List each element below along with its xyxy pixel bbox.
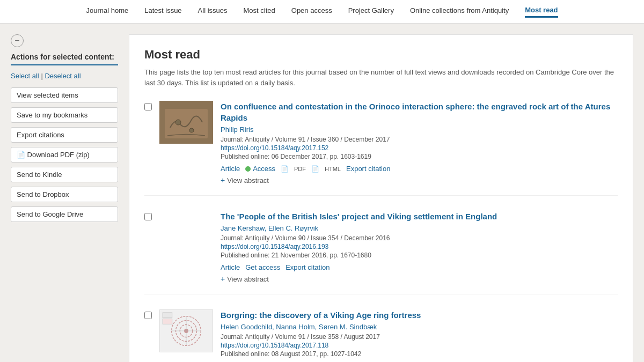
article-doi-1[interactable]: https://doi.org/10.15184/aqy.2017.152 xyxy=(221,144,618,152)
html-link-1[interactable]: HTML xyxy=(325,166,341,172)
view-abstract-label-1: View abstract xyxy=(227,176,269,184)
article-actions-1: Article Access 📄 PDF 📄 HTML Export citat… xyxy=(221,165,618,173)
article-details-3: Borgring: the discovery of a Viking Age … xyxy=(221,309,618,362)
article-doi-3[interactable]: https://doi.org/10.15184/aqy.2017.118 xyxy=(221,342,618,349)
article-published-3: Published online: 08 August 2017, pp. 10… xyxy=(221,350,618,358)
nav-online-collections[interactable]: Online collections from Antiquity xyxy=(410,6,509,17)
article-authors-2[interactable]: Jane Kershaw, Ellen C. Røyrvik xyxy=(221,224,618,232)
article-link-2[interactable]: Article xyxy=(221,263,240,271)
article-published-2: Published online: 21 November 2016, pp. … xyxy=(221,252,618,259)
export-citation-link-1[interactable]: Export citation xyxy=(346,165,390,173)
article-checkbox-2[interactable] xyxy=(144,213,152,220)
main-layout: − Actions for selected content: Select a… xyxy=(0,24,644,362)
page-title: Most read xyxy=(144,48,618,62)
article-thumbnail-3 xyxy=(159,309,213,352)
article-authors-1[interactable]: Philip Riris xyxy=(221,125,618,134)
get-access-link-2[interactable]: Get access xyxy=(245,263,280,271)
article-item: On confluence and contestation in the Or… xyxy=(144,101,618,196)
export-citations-button[interactable]: Export citations xyxy=(11,127,118,143)
article-checkbox-3[interactable] xyxy=(144,312,152,319)
nav-project-gallery[interactable]: Project Gallery xyxy=(348,6,394,17)
nav-journal-home[interactable]: Journal home xyxy=(86,6,128,17)
article-actions-2: Article Get access Export citation xyxy=(221,263,618,271)
download-pdf-button[interactable]: 📄 Download PDF (zip) xyxy=(11,147,118,162)
collapse-button[interactable]: − xyxy=(11,34,24,47)
svg-rect-11 xyxy=(163,313,172,318)
nav-most-cited[interactable]: Most cited xyxy=(244,6,275,17)
article-meta-1: Journal: Antiquity / Volume 91 / Issue 3… xyxy=(221,136,618,143)
article-title-2[interactable]: The 'People of the British Isles' projec… xyxy=(221,211,618,222)
send-dropbox-button[interactable]: Send to Dropbox xyxy=(11,187,118,202)
plus-icon-1: + xyxy=(221,176,225,184)
page-description: This page lists the top ten most read ar… xyxy=(144,67,618,88)
plus-icon-2: + xyxy=(221,275,225,283)
send-kindle-button[interactable]: Send to Kindle xyxy=(11,167,118,182)
content-area: Most read This page lists the top ten mo… xyxy=(129,34,633,362)
access-badge-1: Access xyxy=(245,165,275,173)
article-authors-3[interactable]: Helen Goodchild, Nanna Holm, Søren M. Si… xyxy=(221,323,618,331)
article-details-2: The 'People of the British Isles' projec… xyxy=(221,211,618,283)
article-title-1[interactable]: On confluence and contestation in the Or… xyxy=(221,101,618,123)
send-google-drive-button[interactable]: Send to Google Drive xyxy=(11,206,118,222)
select-all-link[interactable]: Select all xyxy=(11,72,39,80)
article-link-1[interactable]: Article xyxy=(221,165,240,173)
article-published-1: Published online: 06 December 2017, pp. … xyxy=(221,153,618,160)
view-abstract-2[interactable]: + View abstract xyxy=(221,275,269,283)
article-meta-2: Journal: Antiquity / Volume 90 / Issue 3… xyxy=(221,234,618,242)
view-selected-button[interactable]: View selected items xyxy=(11,87,118,103)
deselect-all-link[interactable]: Deselect all xyxy=(45,72,80,80)
article-item-2: The 'People of the British Isles' projec… xyxy=(144,211,618,294)
svg-point-2 xyxy=(175,120,181,125)
nav-most-read[interactable]: Most read xyxy=(525,6,558,18)
access-link-1[interactable]: Access xyxy=(253,165,275,173)
article-details-1: On confluence and contestation in the Or… xyxy=(221,101,618,184)
export-citation-link-2[interactable]: Export citation xyxy=(286,263,330,271)
html-file-icon: 📄 xyxy=(311,165,319,173)
save-bookmarks-button[interactable]: Save to my bookmarks xyxy=(11,107,118,123)
svg-rect-12 xyxy=(163,319,172,324)
article-meta-3: Journal: Antiquity / Volume 91 / Issue 3… xyxy=(221,333,618,341)
nav-open-access[interactable]: Open access xyxy=(291,6,332,17)
nav-all-issues[interactable]: All issues xyxy=(198,6,228,17)
nav-latest-issue[interactable]: Latest issue xyxy=(144,6,181,17)
pdf-link-1[interactable]: PDF xyxy=(294,166,306,172)
article-title-3[interactable]: Borgring: the discovery of a Viking Age … xyxy=(221,309,618,321)
access-dot-icon xyxy=(245,166,251,172)
article-thumbnail-1 xyxy=(159,101,213,144)
sidebar: − Actions for selected content: Select a… xyxy=(11,34,118,362)
view-abstract-label-2: View abstract xyxy=(227,275,269,283)
article-checkbox-1[interactable] xyxy=(144,103,152,110)
pdf-icon: 📄 xyxy=(281,165,289,173)
sidebar-title: Actions for selected content: xyxy=(11,53,118,65)
article-doi-2[interactable]: https://doi.org/10.15184/aqy.2016.193 xyxy=(221,243,618,250)
view-abstract-1[interactable]: + View abstract xyxy=(221,176,269,184)
select-links: Select all | Deselect all xyxy=(11,72,118,80)
svg-point-3 xyxy=(189,128,194,132)
top-navigation: Journal home Latest issue All issues Mos… xyxy=(0,0,644,24)
article-item-3: Borgring: the discovery of a Viking Age … xyxy=(144,309,618,362)
